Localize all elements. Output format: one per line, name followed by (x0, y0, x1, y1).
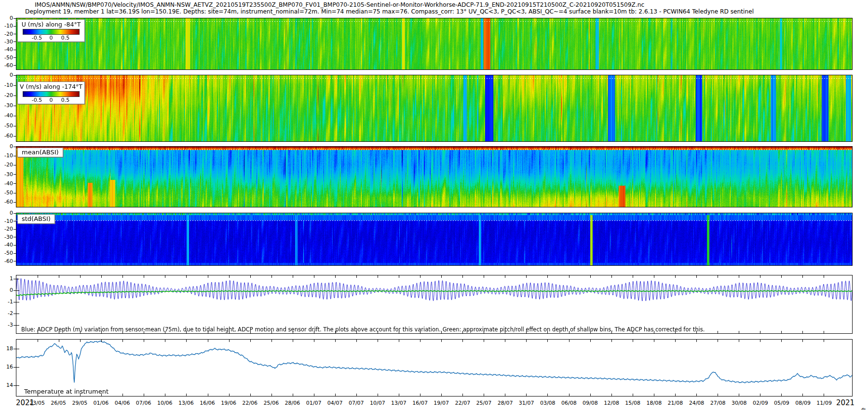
y-tick-label: 0 (0, 210, 13, 216)
panel-std-absi: std(ABSI) (16, 213, 853, 266)
x-tick-label: 13/06 (178, 400, 194, 406)
x-tick-label: 09/08 (583, 400, 598, 406)
u-velocity-legend-title: U (m/s) along -84°T (18, 20, 84, 28)
y-tick-mark (14, 261, 16, 261)
y-tick-mark (14, 237, 16, 237)
y-tick-label: -20 (0, 162, 13, 168)
y-tick-label: -10 (0, 219, 13, 224)
v-colorbar-ticks: -0.5 0 0.5 (23, 97, 80, 104)
x-tick-label: 28/06 (285, 400, 300, 406)
y-tick-label: -50 (0, 250, 13, 256)
y-tick-mark (14, 106, 16, 106)
y-tick-mark (14, 302, 16, 302)
colorbar-tick-label: 0 (50, 35, 53, 41)
y-tick-mark (14, 156, 16, 156)
colorbar-tick-label: -0.5 (32, 97, 42, 103)
y-tick-mark (14, 50, 16, 50)
y-tick-mark (14, 126, 16, 126)
y-tick-mark (14, 245, 16, 246)
x-tick-label: 07/07 (349, 400, 364, 406)
x-tick-label: 22/07 (455, 400, 470, 406)
y-tick-mark (14, 325, 16, 326)
u-colorbar-ticks: -0.5 0 0.5 (23, 35, 80, 41)
x-tick-label: 25/06 (263, 400, 279, 406)
y-tick-mark (14, 75, 16, 76)
y-tick-label: -3 (0, 322, 13, 328)
y-tick-mark (14, 85, 16, 86)
x-tick-label: 27/08 (710, 400, 726, 406)
colorbar-tick-label: 0 (50, 97, 53, 103)
y-tick-label: -10 (0, 82, 13, 88)
y-tick-mark (14, 193, 16, 193)
y-tick-label: -2 (0, 311, 13, 316)
y-tick-label: -20 (0, 226, 13, 232)
colorbar-tick-label: 0.5 (61, 35, 70, 41)
y-tick-label: -40 (0, 47, 13, 53)
y-tick-label: -20 (0, 31, 13, 37)
v-velocity-legend-title: V (m/s) along -174°T (18, 82, 84, 91)
y-tick-mark (14, 18, 16, 19)
y-tick-label: -30 (0, 234, 13, 240)
x-tick-label: 28/07 (498, 400, 513, 406)
y-tick-mark (14, 349, 16, 349)
x-tick-label: 06/08 (561, 400, 577, 406)
y-tick-mark (14, 221, 16, 221)
panel-mean-absi: mean(ABSI) (16, 146, 853, 207)
x-tick-label: 03/08 (540, 400, 556, 406)
y-tick-mark (14, 183, 16, 184)
y-tick-label: 16 (0, 364, 13, 370)
y-tick-label: -10 (0, 153, 13, 159)
y-tick-mark (14, 367, 16, 368)
depth-variation-plot (16, 275, 852, 333)
y-tick-label: 18 (0, 346, 13, 352)
mean-absi-legend-title: mean(ABSI) (22, 149, 59, 156)
x-tick-label: 10/07 (370, 400, 385, 406)
y-tick-label: -50 (0, 190, 13, 196)
y-tick-mark (14, 136, 16, 137)
y-tick-label: 0 (0, 144, 13, 150)
y-tick-label: 0 (0, 15, 13, 21)
y-tick-mark (14, 41, 16, 42)
y-tick-mark (14, 279, 16, 279)
y-tick-label: -20 (0, 93, 13, 98)
std-absi-legend: std(ABSI) (17, 214, 55, 224)
y-tick-label: -40 (0, 181, 13, 187)
y-tick-mark (14, 165, 16, 165)
x-tick-label: 07/06 (136, 400, 151, 406)
y-tick-mark (14, 314, 16, 314)
x-tick-label: 30/08 (732, 400, 747, 406)
u-velocity-legend: U (m/s) along -84°T -0.5 0 0.5 (17, 19, 85, 42)
panel-temperature: Temperature at instrument (16, 339, 853, 396)
y-tick-mark (14, 385, 16, 386)
depth-variation-note: Blue: ADCP Depth (m) variation from sens… (21, 326, 705, 333)
y-tick-label: -60 (0, 199, 13, 205)
y-tick-mark (14, 57, 16, 58)
v-velocity-heatmap (16, 75, 852, 141)
x-tick-label: 19/07 (434, 400, 449, 406)
colorbar-tick-label: -0.5 (32, 35, 42, 41)
y-tick-label: 0 (0, 287, 13, 293)
x-tick-label: 02/09 (753, 400, 768, 406)
y-tick-label: -40 (0, 113, 13, 119)
y-tick-label: -40 (0, 242, 13, 248)
y-tick-label: 14 (0, 383, 13, 388)
x-tick-label: 01/06 (94, 400, 109, 406)
y-tick-label: -60 (0, 133, 13, 139)
y-tick-label: -60 (0, 259, 13, 264)
x-tick-label: 15/08 (625, 400, 640, 406)
y-tick-label: -30 (0, 39, 13, 45)
y-tick-label: -50 (0, 55, 13, 61)
std-absi-heatmap (16, 213, 852, 265)
x-tick-label: 19/06 (221, 400, 236, 406)
y-tick-label: -1 (0, 299, 13, 305)
x-tick-label: 08/09 (795, 400, 811, 406)
y-tick-mark (14, 116, 16, 116)
y-tick-label: -60 (0, 63, 13, 68)
y-tick-mark (14, 96, 16, 96)
x-tick-label: 16/06 (200, 400, 215, 406)
panel-v-velocity: V (m/s) along -174°T -0.5 0 0.5 (16, 75, 853, 142)
copyright-watermark: © IMOS 05-May-2025 06:24:24 Hobart time (860, 408, 867, 410)
y-tick-label: -30 (0, 172, 13, 178)
y-tick-label: -30 (0, 103, 13, 109)
y-tick-mark (14, 65, 16, 66)
